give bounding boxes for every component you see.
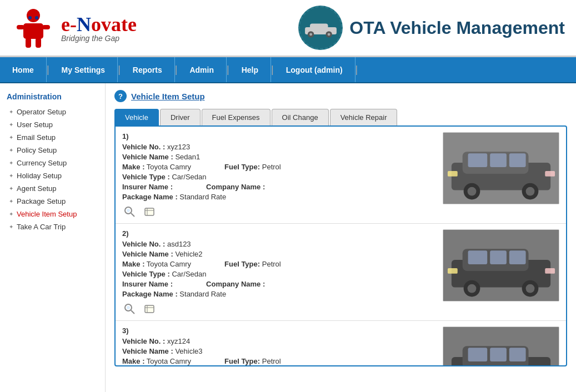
fuel-type-field-1: Fuel Type: Petrol xyxy=(224,163,281,171)
svg-point-34 xyxy=(127,306,130,309)
page-title[interactable]: Vehicle Item Setup xyxy=(131,92,205,101)
svg-point-27 xyxy=(468,187,477,196)
nav-admin[interactable]: Admin xyxy=(177,57,227,82)
sidebar-title: Administration xyxy=(0,89,105,105)
sidebar: Administration ✦ Operator Setup ✦ User S… xyxy=(0,83,106,392)
svg-point-47 xyxy=(526,284,535,293)
help-icon[interactable]: ? xyxy=(114,90,127,102)
sidebar-item-operator-setup[interactable]: ✦ Operator Setup xyxy=(0,105,105,118)
vehicle-image-3 xyxy=(443,326,559,365)
sidebar-item-holiday-setup[interactable]: ✦ Holiday Setup xyxy=(0,169,105,182)
svg-rect-30 xyxy=(448,171,458,177)
insurer-field-1: Insurer Name : xyxy=(122,183,173,191)
svg-point-0 xyxy=(27,9,40,22)
vehicle-number-1: 1) xyxy=(122,132,436,140)
svg-rect-1 xyxy=(23,23,43,39)
nav-home[interactable]: Home xyxy=(0,57,47,82)
vehicle-image-1 xyxy=(443,132,559,204)
sidebar-item-label: Policy Setup xyxy=(17,146,57,154)
sidebar-dot-icon: ✦ xyxy=(9,160,13,166)
svg-rect-23 xyxy=(468,153,488,167)
company-field-2: Company Name : xyxy=(206,280,265,288)
sidebar-item-user-setup[interactable]: ✦ User Setup xyxy=(0,118,105,131)
sidebar-item-currency-setup[interactable]: ✦ Currency Setup xyxy=(0,157,105,169)
tab-vehicle-repair[interactable]: Vehicle Repair xyxy=(330,109,398,125)
logo-left: e-Novate Bridging the Gap xyxy=(11,6,137,50)
logo-person-icon xyxy=(11,6,56,50)
svg-point-16 xyxy=(127,209,130,212)
sidebar-item-label: Holiday Setup xyxy=(17,172,62,180)
insurer-field-2: Insurer Name : xyxy=(122,280,173,288)
tab-driver[interactable]: Driver xyxy=(160,109,201,125)
content-area: ? Vehicle Item Setup Vehicle Driver Fuel… xyxy=(106,83,576,392)
sidebar-item-label: User Setup xyxy=(17,120,53,129)
svg-rect-43 xyxy=(509,250,526,264)
vehicle-number-3: 3) xyxy=(122,326,436,335)
logo-name: e-Novate xyxy=(61,13,137,36)
tab-fuel-expenses[interactable]: Fuel Expenses xyxy=(202,109,271,125)
logo-right: OTA Vehicle Management xyxy=(298,6,565,50)
car-photo-1 xyxy=(443,132,559,204)
table-row: 2) Vehicle No. : asd123 Vehicle Name : V… xyxy=(116,224,566,321)
tab-vehicle[interactable]: Vehicle xyxy=(114,109,159,125)
vehicle-no-field-3: Vehicle No. : xyz124 xyxy=(122,337,190,345)
page-title-row: ? Vehicle Item Setup xyxy=(114,90,567,102)
sidebar-item-label: Email Setup xyxy=(17,133,56,142)
sidebar-item-label: Vehicle Item Setup xyxy=(17,210,77,218)
svg-point-7 xyxy=(35,16,38,19)
nav-reports[interactable]: Reports xyxy=(121,57,175,82)
sidebar-item-label: Package Setup xyxy=(17,197,66,205)
sidebar-dot-icon: ✦ xyxy=(9,185,13,192)
sidebar-item-package-setup[interactable]: ✦ Package Setup xyxy=(0,195,105,208)
nav-my-settings[interactable]: My Settings xyxy=(49,57,118,82)
svg-rect-60 xyxy=(490,348,507,361)
tab-oil-change[interactable]: Oil Change xyxy=(272,109,329,125)
edit-icon-2[interactable] xyxy=(142,301,157,316)
make-field-1: Make : Toyota Camry xyxy=(122,163,191,171)
logo-tagline: Bridging the Gap xyxy=(61,34,137,43)
nav-logout[interactable]: Logout (admin) xyxy=(274,57,355,82)
svg-rect-41 xyxy=(468,250,488,264)
sidebar-item-agent-setup[interactable]: ✦ Agent Setup xyxy=(0,182,105,195)
svg-rect-61 xyxy=(509,348,526,361)
vehicle-image-2 xyxy=(443,229,559,301)
sidebar-dot-icon: ✦ xyxy=(9,173,13,179)
sidebar-item-email-setup[interactable]: ✦ Email Setup xyxy=(0,131,105,144)
svg-rect-5 xyxy=(36,38,41,48)
package-field-1: Package Name : Standard Rate xyxy=(122,193,226,201)
table-row: 3) Vehicle No. : xyz124 Vehicle Name : V… xyxy=(116,321,566,365)
fuel-type-field-2: Fuel Type: Petrol xyxy=(224,260,281,268)
vehicle-name-field-1: Vehicle Name : Sedan1 xyxy=(122,153,200,161)
vehicle-info-2: 2) Vehicle No. : asd123 Vehicle Name : V… xyxy=(122,229,436,316)
svg-rect-4 xyxy=(26,38,31,48)
header: e-Novate Bridging the Gap OTA Vehicle Ma… xyxy=(0,0,576,57)
svg-point-13 xyxy=(328,33,330,36)
table-row: 1) Vehicle No. : xyz123 Vehicle Name : S… xyxy=(116,127,566,224)
ota-logo-circle xyxy=(298,6,343,50)
sidebar-item-take-a-car-trip[interactable]: ✦ Take A Car Trip xyxy=(0,220,105,233)
vehicle-info-1: 1) Vehicle No. : xyz123 Vehicle Name : S… xyxy=(122,132,436,219)
sidebar-item-policy-setup[interactable]: ✦ Policy Setup xyxy=(0,144,105,157)
vehicle-list-scroll[interactable]: 1) Vehicle No. : xyz123 Vehicle Name : S… xyxy=(116,127,566,365)
car-photo-3 xyxy=(443,326,559,365)
vehicle-name-field-3: Vehicle Name : Vehicle3 xyxy=(122,347,203,355)
sidebar-item-vehicle-item-setup[interactable]: ✦ Vehicle Item Setup xyxy=(0,208,105,220)
sidebar-dot-icon: ✦ xyxy=(9,211,13,217)
package-field-2: Package Name : Standard Rate xyxy=(122,290,226,298)
nav-help[interactable]: Help xyxy=(229,57,271,82)
sidebar-item-label: Agent Setup xyxy=(17,184,57,193)
sidebar-dot-icon: ✦ xyxy=(9,109,13,115)
search-icon-1[interactable] xyxy=(122,204,137,219)
make-field-2: Make : Toyota Camry xyxy=(122,260,191,268)
svg-rect-42 xyxy=(490,250,507,264)
svg-rect-9 xyxy=(310,23,328,31)
svg-rect-31 xyxy=(545,171,555,177)
logo-text: e-Novate Bridging the Gap xyxy=(61,13,137,43)
vehicle-actions-2 xyxy=(122,301,436,316)
svg-line-15 xyxy=(131,213,134,217)
sidebar-dot-icon: ✦ xyxy=(9,122,13,128)
svg-rect-59 xyxy=(468,348,488,361)
svg-line-33 xyxy=(131,310,134,314)
search-icon-2[interactable] xyxy=(122,301,137,316)
edit-icon-1[interactable] xyxy=(142,204,157,219)
